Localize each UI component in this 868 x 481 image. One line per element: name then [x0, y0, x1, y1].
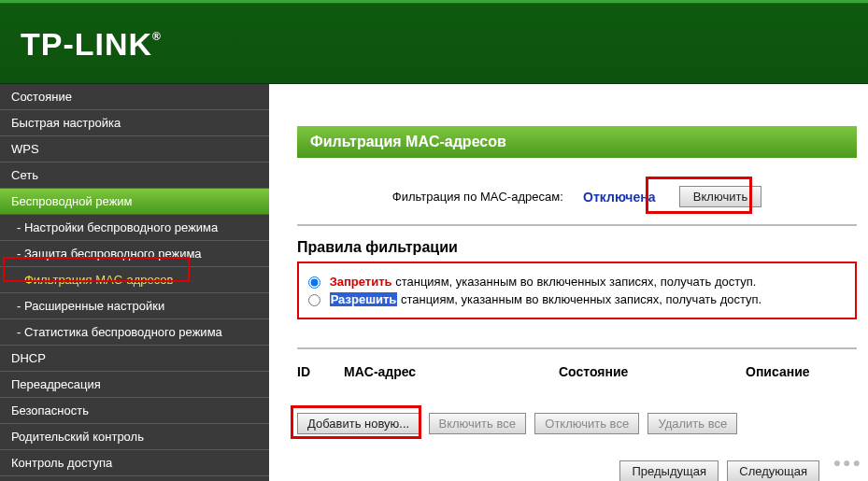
rules-section: Правила фильтрации Запретить станциям, у… [297, 239, 857, 349]
rules-title: Правила фильтрации [297, 239, 857, 256]
sidebar-item-advanced[interactable]: - Расширенные настройки [0, 293, 269, 319]
filter-status-value: Отключена [583, 190, 655, 205]
rule-allow-keyword: Разрешить [330, 292, 398, 306]
sidebar-item-routing[interactable]: Расширенные настройки маршрутизации [0, 476, 269, 481]
filter-status-label: Фильтрация по MAC-адресам: [392, 190, 563, 204]
sidebar-item-wireless-settings[interactable]: - Настройки беспроводного режима [0, 215, 269, 241]
th-state: Состояние [559, 364, 746, 379]
rule-deny-text: станциям, указанным во включенных запися… [392, 275, 757, 289]
rule-deny-keyword: Запретить [330, 275, 392, 289]
sidebar-item-wireless-security[interactable]: - Защита беспроводного режима [0, 241, 269, 267]
resize-grip-icon: ●●● [833, 455, 862, 470]
sidebar: Состояние Быстрая настройка WPS Сеть Бес… [0, 84, 269, 481]
sidebar-item-status[interactable]: Состояние [0, 84, 269, 110]
enable-button[interactable]: Включить [679, 186, 761, 207]
rules-box: Запретить станциям, указанным во включен… [297, 262, 857, 319]
filter-status-row: Фильтрация по MAC-адресам: Отключена Вкл… [297, 186, 857, 226]
rule-deny-radio[interactable] [308, 276, 320, 289]
registered-mark: ® [152, 30, 162, 43]
sidebar-item-access-control[interactable]: Контроль доступа [0, 450, 269, 476]
rule-allow-radio[interactable] [308, 294, 320, 306]
prev-button[interactable]: Предыдущая [619, 460, 719, 481]
sidebar-item-wireless-stats[interactable]: - Статистика беспроводного режима [0, 319, 269, 346]
brand-logo: TP-LINK® [21, 26, 162, 63]
sidebar-item-wireless[interactable]: Беспроводной режим [0, 189, 269, 215]
sidebar-item-dhcp[interactable]: DHCP [0, 346, 269, 372]
page-title: Фильтрация MAC-адресов [297, 126, 857, 158]
disable-all-button[interactable]: Отключить все [534, 413, 639, 434]
actions-row: Добавить новую... Включить все Отключить… [297, 413, 857, 434]
rule-allow-text: станциям, указанным во включенных запися… [397, 292, 761, 306]
header: TP-LINK® [0, 0, 868, 84]
rule-deny-row: Запретить станциям, указанным во включен… [308, 275, 846, 289]
table-header: ID MAC-адрес Состояние Описание [297, 364, 857, 379]
th-id: ID [297, 364, 344, 379]
sidebar-item-forwarding[interactable]: Переадресация [0, 372, 269, 398]
content-area: Фильтрация MAC-адресов Фильтрация по MAC… [269, 84, 868, 481]
sidebar-item-network[interactable]: Сеть [0, 163, 269, 189]
brand-text: TP-LINK [21, 26, 152, 62]
sidebar-item-quick-setup[interactable]: Быстрая настройка [0, 110, 269, 136]
sidebar-item-parental[interactable]: Родительский контроль [0, 424, 269, 450]
main-container: Состояние Быстрая настройка WPS Сеть Бес… [0, 84, 868, 481]
add-new-button[interactable]: Добавить новую... [297, 413, 420, 434]
th-mac: MAC-адрес [344, 364, 559, 379]
next-button[interactable]: Следующая [727, 460, 819, 481]
sidebar-item-mac-filter[interactable]: - Фильтрация MAC-адресов [0, 267, 269, 293]
th-desc: Описание [746, 364, 857, 379]
rule-allow-row: Разрешить станциям, указанным во включен… [308, 292, 846, 306]
enable-all-button[interactable]: Включить все [429, 413, 526, 434]
delete-all-button[interactable]: Удалить все [647, 413, 737, 434]
sidebar-item-security[interactable]: Безопасность [0, 398, 269, 424]
pager-row: Предыдущая Следующая [297, 460, 857, 481]
sidebar-item-wps[interactable]: WPS [0, 136, 269, 163]
